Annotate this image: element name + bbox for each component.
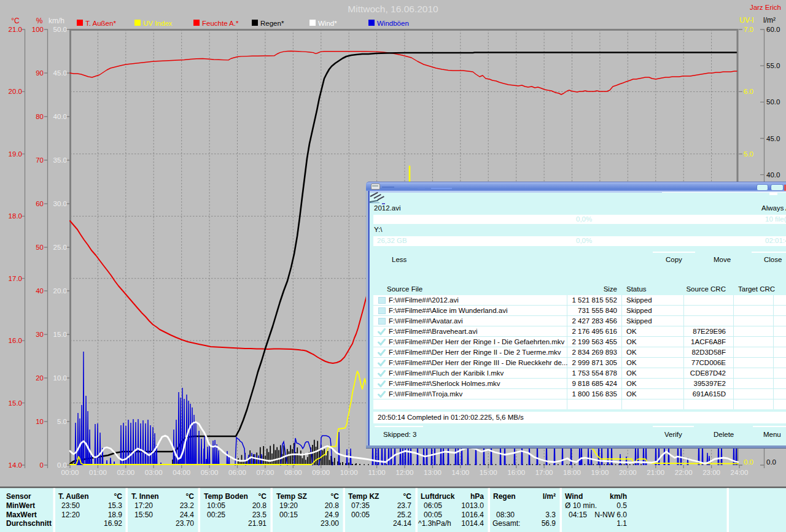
svg-text:11:00: 11:00 xyxy=(368,469,386,476)
svg-text:20:00: 20:00 xyxy=(619,469,637,476)
svg-text:19:20: 19:20 xyxy=(279,501,298,510)
svg-text:24.4: 24.4 xyxy=(180,511,195,519)
svg-text:MaxWert: MaxWert xyxy=(6,511,37,519)
svg-text:07:00: 07:00 xyxy=(257,469,274,476)
svg-text:08:30: 08:30 xyxy=(496,511,515,519)
svg-text:1013.0: 1013.0 xyxy=(461,501,484,510)
svg-text:17:00: 17:00 xyxy=(535,469,553,476)
svg-text:03:00: 03:00 xyxy=(145,469,163,476)
svg-text:15.3: 15.3 xyxy=(108,501,123,510)
svg-text:10:00: 10:00 xyxy=(340,469,358,476)
svg-text:45.0: 45.0 xyxy=(766,135,780,142)
svg-text:15:00: 15:00 xyxy=(480,469,497,476)
svg-text:Windböen: Windböen xyxy=(377,20,409,27)
svg-text:MinWert: MinWert xyxy=(6,501,35,510)
svg-text:10: 10 xyxy=(36,418,44,425)
svg-text:°C: °C xyxy=(403,492,412,501)
svg-text:21.91: 21.91 xyxy=(248,519,267,528)
svg-text:^1.3hPa/h: ^1.3hPa/h xyxy=(418,519,451,528)
svg-text:12:00: 12:00 xyxy=(396,469,414,476)
svg-text:60: 60 xyxy=(36,200,44,207)
svg-text:20.0: 20.0 xyxy=(53,287,67,295)
svg-text:Jarz Erich: Jarz Erich xyxy=(750,4,781,11)
svg-text:23.00: 23.00 xyxy=(321,519,339,528)
svg-text:Mittwoch, 16.06.2010: Mittwoch, 16.06.2010 xyxy=(348,4,438,14)
svg-text:%: % xyxy=(36,17,43,25)
svg-text:Wind*: Wind* xyxy=(318,20,337,27)
svg-text:13:00: 13:00 xyxy=(424,469,442,476)
svg-text:14:00: 14:00 xyxy=(451,469,469,476)
svg-text:30: 30 xyxy=(36,331,44,338)
svg-text:25.2: 25.2 xyxy=(397,511,412,519)
svg-text:0.5: 0.5 xyxy=(617,501,627,510)
svg-text:15.0: 15.0 xyxy=(53,331,67,338)
svg-text:23.70: 23.70 xyxy=(176,519,194,528)
svg-text:60.0: 60.0 xyxy=(766,26,780,33)
svg-text:Temp KZ: Temp KZ xyxy=(348,492,379,501)
svg-text:04:00: 04:00 xyxy=(173,469,190,476)
svg-text:24.14: 24.14 xyxy=(393,519,411,528)
svg-text:00:00: 00:00 xyxy=(61,469,79,476)
svg-text:02:00: 02:00 xyxy=(117,469,134,476)
svg-text:T. Außen: T. Außen xyxy=(58,492,89,501)
svg-text:20.8: 20.8 xyxy=(325,501,340,510)
svg-text:UV-I: UV-I xyxy=(739,16,753,25)
svg-text:Regen*: Regen* xyxy=(260,20,284,27)
svg-text:16:00: 16:00 xyxy=(507,469,525,476)
svg-text:70: 70 xyxy=(36,156,44,164)
svg-text:Luftdruck: Luftdruck xyxy=(421,492,455,501)
svg-text:16.0: 16.0 xyxy=(9,337,22,344)
svg-text:15:50: 15:50 xyxy=(134,511,153,519)
svg-text:50: 50 xyxy=(36,244,44,251)
svg-text:19:00: 19:00 xyxy=(591,469,609,476)
svg-text:Gesamt:: Gesamt: xyxy=(492,519,520,528)
svg-text:80: 80 xyxy=(36,113,44,120)
svg-text:l/m²: l/m² xyxy=(763,16,776,25)
svg-text:Sensor: Sensor xyxy=(6,492,31,501)
svg-text:Temp Boden: Temp Boden xyxy=(204,492,248,501)
svg-text:N-NW 6.0: N-NW 6.0 xyxy=(594,511,627,519)
svg-text:°C: °C xyxy=(259,492,267,501)
svg-text:01:00: 01:00 xyxy=(89,469,107,476)
svg-text:10:05: 10:05 xyxy=(207,501,225,510)
svg-text:40.0: 40.0 xyxy=(53,113,67,120)
svg-text:40.0: 40.0 xyxy=(766,171,780,179)
svg-text:30.0: 30.0 xyxy=(53,200,67,207)
svg-text:09:00: 09:00 xyxy=(312,469,330,476)
svg-text:23.7: 23.7 xyxy=(397,501,412,510)
svg-text:18.9: 18.9 xyxy=(108,511,123,519)
svg-text:km/h: km/h xyxy=(49,17,64,25)
svg-text:55.0: 55.0 xyxy=(766,62,780,69)
svg-text:06:00: 06:00 xyxy=(228,469,246,476)
svg-text:Ø 10 min.: Ø 10 min. xyxy=(565,501,597,510)
svg-text:06:05: 06:05 xyxy=(424,501,442,510)
svg-text:3.3: 3.3 xyxy=(545,511,556,519)
svg-text:00:25: 00:25 xyxy=(207,511,225,519)
svg-text:23:00: 23:00 xyxy=(702,469,720,476)
svg-text:20.0: 20.0 xyxy=(9,88,22,95)
svg-text:20.8: 20.8 xyxy=(252,501,267,510)
svg-text:6.0: 6.0 xyxy=(744,88,753,95)
svg-text:UV Index: UV Index xyxy=(143,20,173,27)
svg-text:14.0: 14.0 xyxy=(9,461,22,469)
svg-text:Durchschnitt: Durchschnitt xyxy=(6,519,52,528)
svg-text:15.0: 15.0 xyxy=(9,399,22,407)
svg-text:24.9: 24.9 xyxy=(325,511,340,519)
svg-text:10.0: 10.0 xyxy=(53,374,67,382)
svg-text:°C: °C xyxy=(11,17,20,25)
svg-text:°C: °C xyxy=(331,492,340,501)
svg-text:18.0: 18.0 xyxy=(9,212,22,220)
svg-text:°C: °C xyxy=(186,492,195,501)
svg-text:35.0: 35.0 xyxy=(53,156,67,164)
svg-text:05:00: 05:00 xyxy=(201,469,219,476)
svg-text:T. Innen: T. Innen xyxy=(131,492,159,501)
svg-text:0.0: 0.0 xyxy=(744,458,753,466)
svg-text:50.0: 50.0 xyxy=(53,26,67,33)
svg-text:hPa: hPa xyxy=(470,492,484,501)
svg-text:07:35: 07:35 xyxy=(351,501,370,510)
svg-text:Wind: Wind xyxy=(565,492,583,501)
svg-text:90: 90 xyxy=(36,69,44,77)
svg-text:Feuchte A.*: Feuchte A.* xyxy=(202,20,239,27)
svg-text:Regen: Regen xyxy=(493,492,516,501)
svg-text:0: 0 xyxy=(40,461,44,469)
